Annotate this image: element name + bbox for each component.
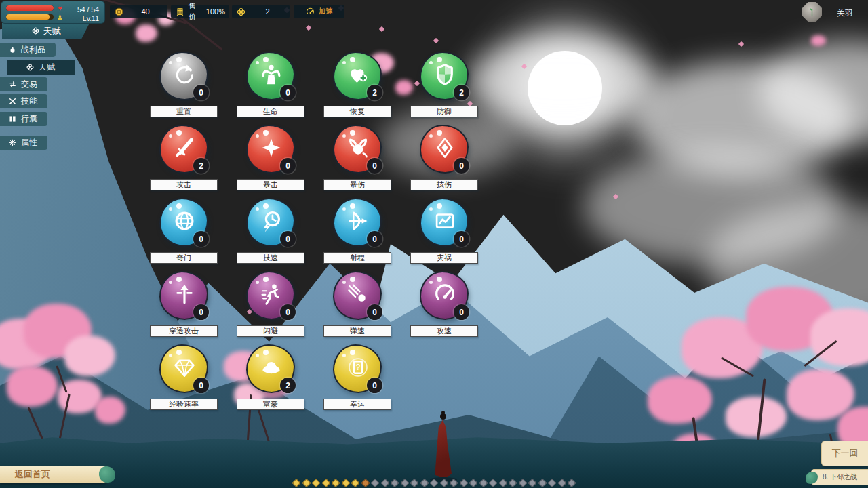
petal [379,26,384,32]
sidebar-item-label: 属性 [21,137,37,148]
svg-text:?: ? [356,363,361,372]
sidebar-item-6[interactable]: 属性 [0,136,47,150]
atom-icon [31,26,40,35]
next-round-button[interactable]: 下一回 [821,441,868,466]
talent-orb-gem[interactable]: 0 [159,344,208,393]
sidebar-item-3[interactable]: 交易 [0,77,47,92]
progress-diamond [528,479,537,487]
talent-orb-globe[interactable]: 0 [159,198,208,247]
talent-orb-reset[interactable]: 0 [159,52,208,100]
talent-orb-clock-bolt[interactable]: 0 [246,198,295,247]
talent-count-badge: 0 [280,158,296,174]
talent-count-badge: 2 [193,158,209,174]
muscle-icon [258,62,284,87]
talent-orb-pierce-arrow[interactable]: 0 [159,271,208,320]
progress-diamond [489,479,498,487]
talent-label: 攻速 [410,325,478,337]
talent-label: 射程 [323,252,391,264]
progress-diamond [548,479,557,487]
progress-diamond [450,479,458,487]
talent-cell: 2防御 [410,52,478,119]
heart-plus-icon [345,62,371,87]
leaf-ornament [806,472,818,484]
cross-swords-icon [8,97,17,106]
progress-diamond [371,479,380,487]
progress-diamond [498,479,507,487]
progress-diamond [568,479,576,487]
sidebar-item-1[interactable]: 战利品 [0,43,56,57]
gem-icon [172,354,197,380]
gem-counter: 2 [232,5,290,18]
talent-label: 生命 [237,106,304,117]
talent-orb-muscle[interactable]: 0 [246,52,295,100]
gem-knot-icon [236,7,246,17]
talent-count-badge: 0 [367,231,382,247]
atom-icon [26,63,35,72]
talent-orb-bow-arrow[interactable]: 0 [333,198,382,247]
talent-orb-runner[interactable]: 0 [246,271,295,320]
talent-orb-ingot[interactable]: 2 [246,344,295,393]
talent-orb-flame-diamond[interactable]: 0 [420,125,469,174]
reset-icon [172,62,197,87]
globe-icon [172,208,197,234]
talent-label: 技伤 [410,179,478,190]
talent-orb-comet[interactable]: 0 [333,271,382,320]
clock-bolt-icon [258,208,284,234]
talent-orb-lucky-card[interactable]: ?0 [333,344,382,393]
talent-count-badge: 2 [367,85,382,100]
talent-count-badge: 0 [193,304,209,320]
progress-diamond [302,479,311,487]
sidebar-item-label: 战利品 [21,44,45,56]
talent-count-badge: 0 [367,304,382,320]
talent-orb-heart-plus[interactable]: 2 [333,52,382,100]
talent-cell: 0攻速 [410,271,478,339]
speed-toggle-button[interactable]: 加速 [294,5,344,18]
talent-count-badge: 0 [193,85,209,100]
talent-cell: 0灾祸 [410,198,478,266]
progress-diamond [391,479,399,487]
talent-count-badge: 2 [454,85,469,100]
coin-counter: 40 [110,5,167,18]
sword-icon [172,135,197,161]
talent-label: 暴击 [237,179,304,190]
hero-avatar[interactable] [802,2,822,22]
ledger-icon [175,7,185,17]
stage-progress-track [294,480,575,486]
talent-label: 灾祸 [410,252,478,264]
talent-label: 防御 [410,106,478,117]
sidebar-item-label: 技能 [21,96,37,107]
talent-orb-sword[interactable]: 2 [159,125,208,174]
gear-icon [8,138,17,147]
talent-orb-chart[interactable]: 0 [420,198,469,247]
ingot-icon [258,354,284,380]
talent-orb-burst[interactable]: 0 [246,125,295,174]
sidebar-item-4[interactable]: 技能 [0,94,47,108]
pierce-arrow-icon [172,281,197,307]
tab-talents[interactable]: 天赋 [2,23,90,39]
progress-diamond [312,479,321,487]
talent-orb-bull[interactable]: 0 [333,125,382,174]
talent-cell: 0暴伤 [323,125,391,192]
talent-orb-shield[interactable]: 2 [420,52,469,100]
talent-label: 幸运 [323,399,391,410]
sprout-icon [807,5,817,18]
stage-label: 8. 下邳之战 [823,472,857,482]
talent-label: 恢复 [323,106,391,117]
sidebar-item-2[interactable]: 天赋 [7,60,75,75]
sidebar-item-5[interactable]: 行囊 [0,112,47,126]
health-bar [6,5,54,11]
blossom-cluster [810,308,868,366]
talent-cell: 0生命 [237,52,304,119]
leaf-ornament [99,466,115,483]
talent-label: 富豪 [237,399,304,410]
shield-icon [432,62,458,87]
talent-label: 攻击 [150,179,218,190]
back-home-button[interactable]: 返回首页 [0,466,110,483]
talent-count-badge: 0 [454,304,469,320]
progress-diamond [321,479,330,487]
progress-diamond [439,479,448,487]
burst-icon [258,135,284,161]
talent-cell: 0弹速 [323,271,391,339]
xp-bar [6,14,54,20]
talent-orb-gauge[interactable]: 0 [420,271,469,320]
